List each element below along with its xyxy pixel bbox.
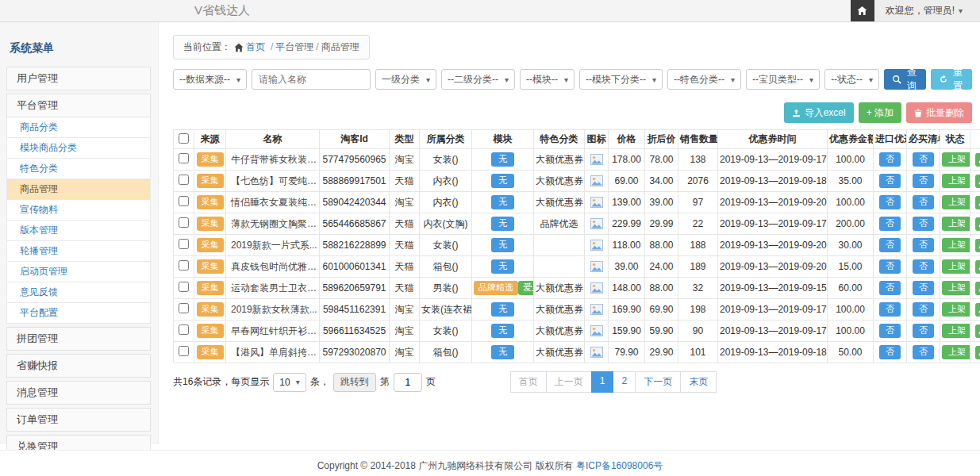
filter-select[interactable]: --宝贝类型--▾: [746, 69, 820, 90]
jump-button[interactable]: 跳转到: [333, 373, 376, 392]
icp-link[interactable]: 粤ICP备16098006号: [576, 460, 663, 471]
column-header[interactable]: 优惠券时间: [718, 130, 828, 149]
edit-button[interactable]: [975, 196, 980, 209]
column-header[interactable]: 特色分类: [534, 130, 585, 149]
sidebar-item[interactable]: 订单管理: [6, 408, 151, 432]
jump-page-input[interactable]: [394, 373, 422, 392]
add-button[interactable]: + 添加: [859, 102, 901, 123]
breadcrumb-item[interactable]: 平台管理: [275, 41, 313, 52]
column-header[interactable]: 所属分类: [420, 130, 472, 149]
status-button[interactable]: 上架: [942, 174, 970, 188]
must-buy-button[interactable]: 否: [913, 195, 934, 209]
sidebar-subitem[interactable]: 商品分类: [6, 117, 151, 138]
edit-button[interactable]: [975, 282, 980, 295]
column-header[interactable]: 进口优选: [874, 130, 907, 149]
import-select-button[interactable]: 否: [879, 217, 901, 231]
filter-select[interactable]: --特色分类--▾: [667, 69, 741, 90]
filter-select[interactable]: --模块下分类--▾: [579, 69, 663, 90]
must-buy-button[interactable]: 否: [913, 217, 934, 231]
edit-button[interactable]: [975, 303, 980, 317]
import-select-button[interactable]: 否: [879, 238, 901, 252]
status-button[interactable]: 上架: [942, 345, 970, 359]
select-all-checkbox[interactable]: [179, 133, 189, 144]
column-header[interactable]: 来源: [194, 130, 226, 149]
page-size-select[interactable]: 10 ▾: [273, 373, 306, 392]
filter-select[interactable]: 一级分类▾: [375, 69, 436, 90]
must-buy-button[interactable]: 否: [913, 302, 934, 317]
status-button[interactable]: 上架: [942, 259, 970, 274]
column-header[interactable]: 状态: [940, 130, 970, 149]
sidebar-subitem[interactable]: 轮播管理: [6, 241, 151, 262]
name-search-input[interactable]: [252, 69, 371, 90]
status-button[interactable]: 上架: [942, 195, 970, 209]
edit-button[interactable]: [975, 260, 980, 274]
import-select-button[interactable]: 否: [879, 345, 901, 359]
reset-button[interactable]: 重置: [931, 69, 972, 90]
must-buy-button[interactable]: 否: [913, 259, 934, 274]
column-header[interactable]: 价格: [609, 130, 645, 149]
filter-select[interactable]: --数据来源--▾: [173, 69, 247, 90]
sidebar-item[interactable]: 消息管理: [6, 381, 151, 405]
must-buy-button[interactable]: 否: [913, 345, 934, 359]
row-checkbox[interactable]: [179, 346, 189, 356]
filter-select[interactable]: --模块--▾: [520, 69, 575, 90]
page-button[interactable]: 下一页: [635, 371, 681, 393]
edit-button[interactable]: [975, 217, 980, 231]
sidebar-item[interactable]: 平台管理: [6, 94, 151, 117]
column-header[interactable]: 类型: [390, 130, 420, 149]
import-select-button[interactable]: 否: [879, 152, 901, 167]
breadcrumb-item[interactable]: 商品管理: [321, 41, 359, 52]
must-buy-button[interactable]: 否: [913, 174, 934, 188]
edit-button[interactable]: [975, 324, 980, 338]
sidebar-subitem[interactable]: 意见反馈: [6, 282, 151, 303]
batch-delete-button[interactable]: 批量删除: [906, 102, 972, 123]
column-header[interactable]: 名称: [226, 130, 320, 149]
edit-button[interactable]: [975, 175, 980, 188]
page-button[interactable]: 2: [613, 371, 636, 393]
page-button[interactable]: 末页: [680, 371, 717, 393]
sidebar-item[interactable]: 拼团管理: [6, 327, 151, 351]
edit-button[interactable]: [975, 239, 980, 252]
import-select-button[interactable]: 否: [879, 195, 901, 209]
home-button[interactable]: [851, 0, 874, 21]
column-header[interactable]: 淘客Id: [320, 130, 390, 149]
sidebar-item[interactable]: 省赚快报: [6, 354, 151, 378]
status-button[interactable]: 上架: [942, 217, 970, 231]
page-button[interactable]: 1: [591, 371, 614, 393]
column-header[interactable]: 图标: [585, 130, 609, 149]
edit-button[interactable]: [975, 346, 980, 359]
status-button[interactable]: 上架: [942, 281, 970, 295]
column-header[interactable]: 优惠券金额: [828, 130, 874, 149]
row-checkbox[interactable]: [179, 303, 189, 313]
column-header[interactable]: 销售数量: [678, 130, 718, 149]
row-checkbox[interactable]: [179, 260, 189, 271]
row-checkbox[interactable]: [179, 175, 189, 185]
filter-select[interactable]: --二级分类--▾: [441, 69, 515, 90]
column-header[interactable]: 模块: [472, 130, 534, 149]
import-select-button[interactable]: 否: [879, 259, 901, 274]
status-button[interactable]: 上架: [942, 238, 970, 252]
column-header[interactable]: 操作: [970, 130, 980, 149]
import-select-button[interactable]: 否: [879, 174, 901, 188]
filter-select[interactable]: --状态--▾: [824, 69, 879, 90]
sidebar-subitem[interactable]: 模块商品分类: [6, 138, 151, 159]
user-menu[interactable]: 欢迎您，管理员! ▾: [874, 0, 980, 21]
import-select-button[interactable]: 否: [879, 324, 901, 338]
page-button[interactable]: 首页: [510, 371, 547, 393]
must-buy-button[interactable]: 否: [913, 324, 934, 338]
row-checkbox[interactable]: [179, 217, 189, 228]
row-checkbox[interactable]: [179, 196, 189, 206]
page-button[interactable]: 上一页: [546, 371, 592, 393]
sidebar-subitem[interactable]: 启动页管理: [6, 262, 151, 282]
status-button[interactable]: 上架: [942, 152, 970, 167]
import-select-button[interactable]: 否: [879, 302, 901, 317]
sidebar-item[interactable]: 用户管理: [6, 67, 151, 90]
row-checkbox[interactable]: [179, 324, 189, 335]
row-checkbox[interactable]: [179, 153, 189, 163]
import-excel-button[interactable]: 导入excel: [784, 102, 854, 123]
sidebar-subitem[interactable]: 宣传物料: [6, 200, 151, 221]
sidebar-subitem[interactable]: 平台配置: [6, 303, 151, 324]
sidebar-subitem[interactable]: 商品管理: [6, 179, 151, 200]
import-select-button[interactable]: 否: [879, 281, 901, 295]
must-buy-button[interactable]: 否: [913, 238, 934, 252]
